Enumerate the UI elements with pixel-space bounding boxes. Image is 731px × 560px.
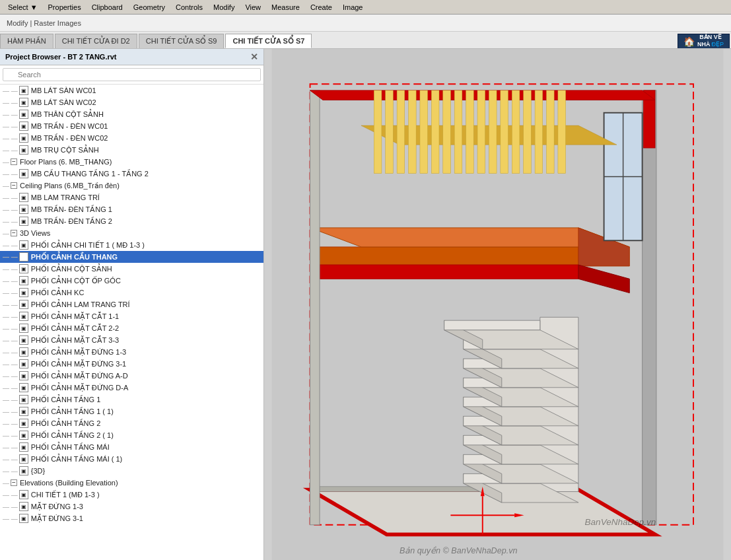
tree-item[interactable]: — — ▣PHỐI CẢNH CỘT ỐP GÓC xyxy=(0,275,263,287)
view-icon: ▣ xyxy=(19,110,28,119)
tree-dash: — — xyxy=(3,277,18,285)
tab-chi-tiet-cua-so-s7[interactable]: CHI TIẾT CỬA SỔ S7 xyxy=(225,34,312,48)
tree-item[interactable]: — — ▣PHỐI CẢNH TẦNG 1 xyxy=(0,394,263,405)
tree-item[interactable]: — — ▣MB LÁT SÀN WC01 xyxy=(0,85,263,96)
tree-item[interactable]: — — ▣MB TRẦN - ĐÈN WC01 xyxy=(0,120,263,132)
menu-modify[interactable]: Modify xyxy=(208,2,240,13)
menu-geometry[interactable]: Geometry xyxy=(128,2,170,13)
tree-dash: — — xyxy=(3,147,18,154)
tree-item-label: PHỐI CẢNH MẶT ĐỨNG D-A xyxy=(31,384,128,392)
tree-item[interactable]: — — ▣PHỐI CẢNH MẶT CẮT 3-3 xyxy=(0,334,263,346)
tree-item-label: MB TRẦN - ĐÈN WC01 xyxy=(31,122,108,131)
tree-item[interactable]: — — ▣MB CẦU THANG TẦNG 1 - TẦNG 2 xyxy=(0,168,263,180)
svg-rect-47 xyxy=(386,90,394,174)
tree-item[interactable]: — — ▣PHỐI CẢNH KC xyxy=(0,287,263,298)
tree-dash: — — xyxy=(3,372,18,380)
tree-dash: — — xyxy=(3,432,18,439)
tree-item[interactable]: — — ▣PHỐI CẢNH MẶT ĐỨNG A-D xyxy=(0,370,263,382)
view-icon: ▣ xyxy=(19,383,28,392)
tree-item[interactable]: — −3D Views xyxy=(0,227,263,239)
menu-image[interactable]: Image xyxy=(337,2,368,13)
svg-rect-48 xyxy=(397,90,405,174)
menu-clipboard[interactable]: Clipboard xyxy=(87,2,128,13)
sidebar-close-button[interactable]: ✕ xyxy=(250,52,258,62)
logo-line2: NHÀ xyxy=(697,42,711,48)
svg-rect-57 xyxy=(501,90,508,174)
tab-chi-tiet-cua-so-s9[interactable]: CHI TIẾT CỬA SỔ S9 xyxy=(139,34,225,48)
tree-dash: — — xyxy=(3,170,18,178)
tree-dash: — — xyxy=(3,491,18,499)
tree-dash: — xyxy=(3,479,9,487)
tree-item[interactable]: — — ▣PHỐI CẢNH TẦNG 1 ( 1) xyxy=(0,405,263,417)
tree-dash: — — xyxy=(3,218,18,225)
tree-item[interactable]: — — ▣MB TRẦN- ĐÈN TẦNG 2 xyxy=(0,215,263,227)
tree-item[interactable]: — −Floor Plans (6. MB_THANG) xyxy=(0,156,263,168)
svg-marker-33 xyxy=(310,247,578,266)
menu-create[interactable]: Create xyxy=(305,2,337,13)
tree-item[interactable]: — — ▣CHI TIẾT 1 (MĐ 1-3 ) xyxy=(0,489,263,501)
svg-rect-46 xyxy=(374,90,382,174)
collapse-icon[interactable]: − xyxy=(11,479,17,486)
tree-item[interactable]: — — ▣PHỐI CẢNH MẶT ĐỨNG 3-1 xyxy=(0,358,263,370)
menu-select[interactable]: Select ▼ xyxy=(3,2,43,13)
view-icon: ▣ xyxy=(19,205,28,214)
tree-item[interactable]: — — ▣PHỐI CẢNH LAM TRANG TRÍ xyxy=(0,298,263,310)
tree-item-label: Ceiling Plans (6.MB_Trần đèn) xyxy=(20,182,120,190)
tree-dash: — — xyxy=(3,111,18,118)
tree-item[interactable]: — — ▣PHỐI CẢNH CỘT SẢNH xyxy=(0,263,263,275)
tree-item[interactable]: — — ▣PHỐI CẢNH MẶT CẮT 2-2 xyxy=(0,322,263,334)
tree-item[interactable]: — — ▣MB TRẦN - ĐÈN WC02 xyxy=(0,132,263,144)
tree-item[interactable]: — −Ceiling Plans (6.MB_Trần đèn) xyxy=(0,180,263,192)
tree-item[interactable]: — — ▣MẶT ĐỨNG 3-1 xyxy=(0,512,263,524)
tree-dash: — xyxy=(3,182,9,190)
tree-item[interactable]: — — ▣PHỐI CẢNH TẦNG MÁI xyxy=(0,441,263,453)
tree-item[interactable]: — — ▣PHỐI CẢNH CẦU THANG xyxy=(0,251,263,263)
menu-measure[interactable]: Measure xyxy=(266,2,305,13)
tab-chi-tiet-cua-di[interactable]: CHI TIẾT CỬA ĐI D2 xyxy=(55,34,137,48)
tree-item[interactable]: — — ▣PHỐI CẢNH MẶT ĐỨNG 1-3 xyxy=(0,346,263,358)
menu-view[interactable]: View xyxy=(240,2,266,13)
tree-item[interactable]: — — ▣PHỐI CẢNH TẦNG 2 xyxy=(0,417,263,429)
menu-controls[interactable]: Controls xyxy=(170,2,208,13)
tree-dash: — — xyxy=(3,456,18,463)
tree-item[interactable]: — — ▣MB LÁT SÀN WC02 xyxy=(0,96,263,108)
tree-item[interactable]: — — ▣MB LAM TRANG TRÍ xyxy=(0,192,263,203)
tree-item[interactable]: — — ▣{3D} xyxy=(0,465,263,477)
tree-item-label: PHỐI CẢNH MẶT ĐỨNG 1-3 xyxy=(31,348,126,357)
view-icon: ▣ xyxy=(19,133,28,143)
tree-item[interactable]: — — ▣MB TRẦN- ĐÈN TẦNG 1 xyxy=(0,203,263,215)
viewport[interactable]: BanVeNhaDep.vn Bản quyền © BanVeNhaDep.v… xyxy=(264,49,731,560)
ribbon: Modify | Raster Images xyxy=(0,15,731,32)
tree-item[interactable]: — — ▣MB THÂN CỘT SẢNH xyxy=(0,108,263,120)
svg-rect-54 xyxy=(466,90,474,174)
view-icon: ▣ xyxy=(19,502,28,511)
tree-area[interactable]: — — ▣MB LÁT SÀN WC01— — ▣MB LÁT SÀN WC02… xyxy=(0,85,263,560)
collapse-icon[interactable]: − xyxy=(11,182,17,189)
view-icon: ▣ xyxy=(19,442,28,452)
menu-properties[interactable]: Properties xyxy=(43,2,87,13)
tab-ham-phan[interactable]: HÀM PHẦN xyxy=(0,34,53,48)
tree-item[interactable]: — — ▣PHỐI CẢNH TẦNG 2 ( 1) xyxy=(0,429,263,441)
tree-item[interactable]: — — ▣PHỐI CẢNH TẦNG MÁI ( 1) xyxy=(0,453,263,465)
tree-item[interactable]: — — ▣PHỐI CẢNH MẶT CẮT 1-1 xyxy=(0,310,263,322)
logo-tab: 🏠 BẢN VẼ NHÀ ĐẸP xyxy=(678,34,730,48)
svg-rect-38 xyxy=(310,90,320,525)
svg-rect-56 xyxy=(489,90,497,174)
tree-item-label: PHỐI CẢNH MẶT CẮT 2-2 xyxy=(31,324,119,333)
search-input[interactable] xyxy=(3,68,261,81)
tree-item[interactable]: — — ▣MB TRỤ CỘT SẢNH xyxy=(0,144,263,156)
tree-item-label: MẶT ĐỨNG 1-3 xyxy=(31,503,83,511)
svg-marker-36 xyxy=(310,265,578,279)
collapse-icon[interactable]: − xyxy=(11,158,17,165)
view-icon: ▣ xyxy=(19,98,28,107)
tabs-row: HÀM PHẦN CHI TIẾT CỬA ĐI D2 CHI TIẾT CỬA… xyxy=(0,32,731,49)
collapse-icon[interactable]: − xyxy=(11,230,17,236)
tree-item-label: CHI TIẾT 1 (MĐ 1-3 ) xyxy=(31,491,100,499)
svg-rect-55 xyxy=(477,90,485,174)
tree-item[interactable]: — — ▣MẶT ĐỨNG 1-3 xyxy=(0,501,263,512)
tree-item[interactable]: — — ▣PHỐI CẢNH CHI TIẾT 1 ( MĐ 1-3 ) xyxy=(0,239,263,251)
tree-dash: — — xyxy=(3,301,18,308)
tree-item[interactable]: — −Elevations (Building Elevation) xyxy=(0,477,263,489)
logo-line3: ĐẸP xyxy=(711,41,724,48)
tree-item[interactable]: — — ▣PHỐI CẢNH MẶT ĐỨNG D-A xyxy=(0,382,263,394)
